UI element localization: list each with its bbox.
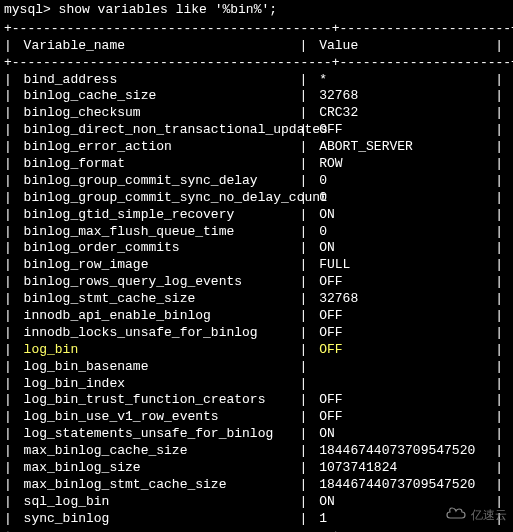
table-row: | max_binlog_size| 1073741824| [4,460,509,477]
table-row: | binlog_cache_size| 32768| [4,88,509,105]
column-separator: | [4,224,20,241]
column-separator: | [4,88,20,105]
column-separator: | [300,511,316,528]
value-cell: ROW [315,156,495,173]
variable-name-cell: log_statements_unsafe_for_binlog [20,426,300,443]
column-separator: | [495,376,503,393]
variable-name-cell: binlog_group_commit_sync_delay [20,173,300,190]
column-separator: | [495,156,503,173]
column-separator: | [300,156,316,173]
column-separator: | [495,88,503,105]
column-separator: | [300,72,316,89]
table-row: | binlog_row_image| FULL| [4,257,509,274]
column-separator: | [4,443,20,460]
value-cell: 18446744073709547520 [315,443,495,460]
column-separator: | [495,122,503,139]
column-separator: | [4,426,20,443]
column-separator: | [300,460,316,477]
value-cell: 1073741824 [315,460,495,477]
column-separator: | [300,88,316,105]
column-separator: | [4,392,20,409]
variable-name-cell: binlog_format [20,156,300,173]
column-separator: | [4,139,20,156]
value-cell: FULL [315,257,495,274]
variable-name-cell: log_bin_use_v1_row_events [20,409,300,426]
column-separator: | [300,291,316,308]
column-separator: | [495,105,503,122]
column-separator: | [495,443,503,460]
column-separator: | [495,139,503,156]
variable-name-cell: binlog_stmt_cache_size [20,291,300,308]
value-cell: OFF [315,274,495,291]
variable-name-cell: innodb_locks_unsafe_for_binlog [20,325,300,342]
column-separator: | [300,342,316,359]
value-cell: 18446744073709547520 [315,477,495,494]
table-header-row: | Variable_name | Value | [4,38,509,55]
variable-name-cell: binlog_rows_query_log_events [20,274,300,291]
column-separator: | [300,38,316,55]
column-separator: | [300,274,316,291]
column-separator: | [300,240,316,257]
cloud-icon [445,506,467,526]
table-body: | bind_address| *|| binlog_cache_size| 3… [4,72,509,528]
column-separator: | [300,122,316,139]
column-separator: | [495,460,503,477]
column-separator: | [495,257,503,274]
table-row: | log_statements_unsafe_for_binlog| ON| [4,426,509,443]
column-separator: | [300,426,316,443]
column-separator: | [300,224,316,241]
value-cell: OFF [315,392,495,409]
column-separator: | [4,477,20,494]
variable-name-cell: binlog_gtid_simple_recovery [20,207,300,224]
table-row: | log_bin_basename| | [4,359,509,376]
value-cell: OFF [315,342,495,359]
value-cell: OFF [315,325,495,342]
header-variable-name: Variable_name [20,38,300,55]
variable-name-cell: log_bin [20,342,300,359]
column-separator: | [300,308,316,325]
column-separator: | [300,443,316,460]
value-cell: ON [315,240,495,257]
watermark: 亿速云 [445,506,507,526]
column-separator: | [4,342,20,359]
table-border-top: +---------------------------------------… [4,21,509,38]
table-border-mid: +---------------------------------------… [4,55,509,72]
column-separator: | [300,325,316,342]
column-separator: | [4,359,20,376]
column-separator: | [495,240,503,257]
table-row: | max_binlog_cache_size| 184467440737095… [4,443,509,460]
value-cell [315,359,495,376]
column-separator: | [495,359,503,376]
column-separator: | [4,325,20,342]
table-row: | bind_address| *| [4,72,509,89]
column-separator: | [495,207,503,224]
column-separator: | [4,190,20,207]
column-separator: | [4,409,20,426]
mysql-prompt[interactable]: mysql> show variables like '%bin%'; [4,2,509,19]
variable-name-cell: log_bin_trust_function_creators [20,392,300,409]
column-separator: | [4,122,20,139]
table-row: | sql_log_bin| ON| [4,494,509,511]
value-cell: ON [315,426,495,443]
column-separator: | [495,291,503,308]
column-separator: | [300,376,316,393]
variable-name-cell: sync_binlog [20,511,300,528]
table-row: | binlog_group_commit_sync_delay| 0| [4,173,509,190]
column-separator: | [4,72,20,89]
value-cell [315,376,495,393]
column-separator: | [300,477,316,494]
variable-name-cell: binlog_cache_size [20,88,300,105]
column-separator: | [4,291,20,308]
value-cell: CRC32 [315,105,495,122]
column-separator: | [495,173,503,190]
value-cell: ON [315,207,495,224]
table-row: | binlog_gtid_simple_recovery| ON| [4,207,509,224]
table-row: | binlog_max_flush_queue_time| 0| [4,224,509,241]
variable-name-cell: binlog_direct_non_transactional_updates [20,122,300,139]
header-value: Value [315,38,495,55]
column-separator: | [495,224,503,241]
table-border-bot: +---------------------------------------… [4,528,509,532]
variable-name-cell: bind_address [20,72,300,89]
column-separator: | [300,409,316,426]
value-cell: OFF [315,308,495,325]
